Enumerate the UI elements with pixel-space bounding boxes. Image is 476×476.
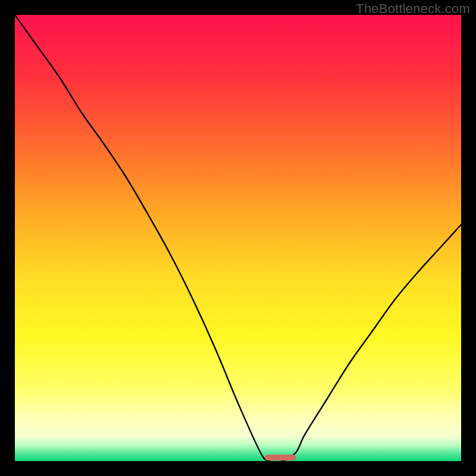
- gradient-background: [15, 15, 461, 461]
- chart-frame: TheBottleneck.com: [0, 0, 476, 476]
- bottleneck-chart: [15, 15, 461, 461]
- plot-area: [15, 15, 461, 461]
- minimum-marker: [265, 455, 296, 461]
